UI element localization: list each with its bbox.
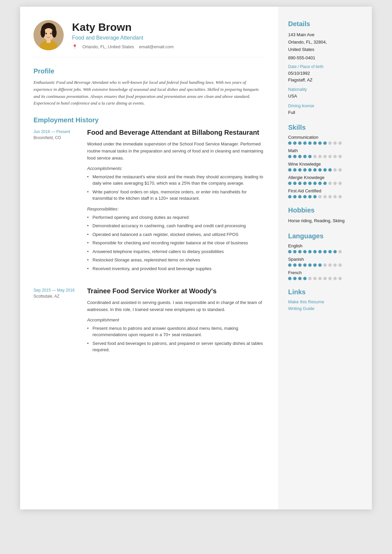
language-name: Spanish (288, 257, 362, 262)
job-date-col-2: Sep 2015 — May 2016 Scottsdale, AZ (34, 287, 87, 358)
header-info: Katy Brown Food and Beverage Attendant 📍… (72, 21, 174, 49)
hobbies-text: Horse riding, Reading, Skiing (288, 218, 362, 224)
job-details-1: Food and Beverage Attendant at Billabong… (87, 128, 265, 276)
dot-empty (333, 141, 337, 145)
skill-name: Communication (288, 135, 362, 140)
language-name: English (288, 243, 362, 248)
resume-container: Katy Brown Food and Beverage Attendant 📍… (20, 7, 372, 509)
sidebar-phone: 890-555-0401 (288, 55, 362, 60)
dot-filled (313, 250, 317, 253)
skill-dots (288, 155, 362, 158)
skill-name: First Aid Certified (288, 188, 362, 193)
address-line2: Orlando, FL, 32804, (288, 40, 327, 45)
job-date-col-1: Jun 2016 — Present Broomfield, CO (34, 128, 87, 276)
language-dots (288, 250, 362, 253)
dot-filled (288, 195, 291, 198)
list-item: Received inventory, and provided food an… (87, 265, 265, 272)
nationality-value: USA (288, 93, 362, 100)
header-email: email@email.com (139, 44, 174, 49)
dot-empty (333, 195, 337, 198)
accomplishments-label-2: Accomplishment (87, 317, 265, 322)
dot-filled (288, 263, 291, 267)
dot-filled (298, 195, 302, 198)
dot-filled (303, 195, 307, 198)
avatar (34, 20, 64, 50)
job-description-1: Worked under the immediate supervision o… (87, 141, 265, 162)
list-item: Memorized the restaurant's wine stock an… (87, 174, 265, 187)
list-item: Restocked Storage areas, replenished ite… (87, 257, 265, 263)
sidebar-link[interactable]: Writing Guide (288, 306, 362, 311)
dot-empty (338, 263, 342, 267)
dot-filled (288, 155, 291, 158)
languages-section-title: Languages (288, 232, 362, 240)
sidebar: Details 143 Main Ave Orlando, FL, 32804,… (278, 7, 372, 509)
list-item: Operated and balanced a cash register, s… (87, 231, 265, 238)
dot-filled (298, 155, 302, 158)
dot-filled (303, 141, 307, 145)
skills-section-title: Skills (288, 124, 362, 131)
list-item: Performed opening and closing duties as … (87, 214, 265, 221)
dot-filled (313, 168, 317, 172)
dot-empty (318, 277, 322, 280)
svg-point-6 (52, 28, 57, 38)
dot-empty (318, 195, 322, 198)
job-entry-2: Sep 2015 — May 2016 Scottsdale, AZ Train… (34, 287, 265, 358)
dot-empty (333, 182, 337, 185)
dot-filled (313, 195, 317, 198)
dot-empty (333, 277, 337, 280)
accomplishments-list-1: Memorized the restaurant's wine stock an… (87, 174, 265, 202)
dot-empty (338, 195, 342, 198)
job-entry-1: Jun 2016 — Present Broomfield, CO Food a… (34, 128, 265, 276)
job-location-1: Broomfield, CO (34, 135, 87, 140)
dot-empty (328, 277, 332, 280)
job-location-2: Scottsdale, AZ (34, 294, 87, 299)
dot-empty (313, 155, 317, 158)
dot-filled (303, 250, 307, 253)
dot-filled (298, 168, 302, 172)
dot-filled (288, 141, 291, 145)
dot-empty (328, 141, 332, 145)
dot-filled (303, 263, 307, 267)
dot-empty (313, 277, 317, 280)
language-name: French (288, 270, 362, 275)
links-section-title: Links (288, 288, 362, 296)
dot-empty (333, 168, 337, 172)
job-title-1: Food and Beverage Attendant at Billabong… (87, 128, 265, 137)
responsibilities-label-1: Responsibilities: (87, 206, 265, 211)
dot-filled (298, 182, 302, 185)
candidate-job-title: Food and Beverage Attendant (72, 35, 174, 41)
dot-filled (318, 168, 322, 172)
skill-dots (288, 141, 362, 145)
dot-empty (318, 155, 322, 158)
dot-filled (328, 250, 332, 253)
dot-empty (323, 277, 327, 280)
dot-filled (293, 168, 297, 172)
dot-empty (328, 195, 332, 198)
profile-section-title: Profile (34, 67, 265, 75)
dot-empty (323, 155, 327, 158)
dot-filled (313, 263, 317, 267)
dot-filled (288, 182, 291, 185)
dot-filled (298, 141, 302, 145)
address-line3: United States (288, 47, 314, 52)
skill-name: Wine Knowledge (288, 162, 362, 167)
driving-value: Full (288, 109, 362, 116)
dot-empty (333, 155, 337, 158)
svg-point-7 (46, 33, 47, 35)
dot-empty (328, 182, 332, 185)
job-date-2: Sep 2015 — May 2016 (34, 288, 87, 293)
dot-filled (303, 168, 307, 172)
dot-filled (293, 250, 297, 253)
sidebar-link[interactable]: Make this Resume (288, 299, 362, 304)
employment-section-title: Employment History (34, 116, 265, 124)
skill-name: Math (288, 148, 362, 153)
list-item: Served food and beverages to patrons, an… (87, 340, 265, 353)
dot-empty (323, 263, 327, 267)
main-content: Katy Brown Food and Beverage Attendant 📍… (20, 7, 278, 509)
links-container: Make this ResumeWriting Guide (288, 299, 362, 311)
language-dots (288, 277, 362, 280)
contact-line: 📍 Orlando, FL, United States email@email… (72, 44, 174, 49)
dot-filled (323, 141, 327, 145)
dot-filled (293, 155, 297, 158)
nationality-label: Nationality (288, 87, 362, 92)
